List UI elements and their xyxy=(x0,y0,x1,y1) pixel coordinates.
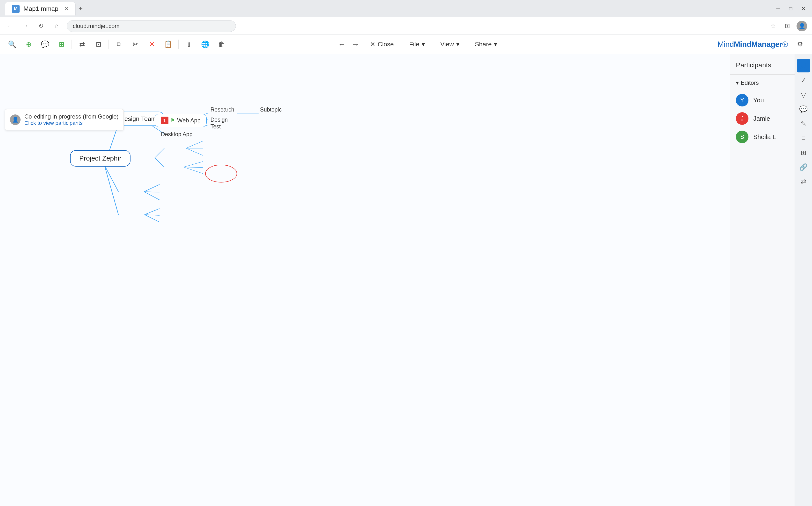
grid-side-button[interactable]: ⊞ xyxy=(797,146,810,159)
design-webapp-label: Web App xyxy=(177,117,201,124)
mind-map-canvas[interactable]: 👤 Co-editing in progress (from Google) C… xyxy=(0,54,730,506)
forward-button[interactable]: → xyxy=(20,21,31,31)
addr-right: ☆ ⊞ 👤 xyxy=(767,21,807,31)
app-header-center: ← → ✕ Close File ▾ View ▾ Share ▾ xyxy=(335,38,505,51)
maximize-button[interactable]: □ xyxy=(787,5,795,13)
notification-link[interactable]: Click to view participants xyxy=(24,120,83,126)
pen-side-button[interactable]: ✎ xyxy=(797,117,810,131)
svg-point-24 xyxy=(205,165,237,182)
svg-line-12 xyxy=(186,141,203,148)
tab-favicon: M xyxy=(12,5,19,13)
svg-line-15 xyxy=(184,162,203,167)
jamie-name: Jamie xyxy=(753,115,770,122)
close-window-button[interactable]: ✕ xyxy=(799,5,807,13)
test-label: Test xyxy=(210,123,221,130)
root-node[interactable]: Project Zephir xyxy=(70,150,131,167)
share2-tool-button[interactable]: ⇧ xyxy=(182,37,196,52)
view-menu-button[interactable]: View ▾ xyxy=(433,38,466,51)
notification-avatar: 👤 xyxy=(10,114,20,125)
bookmark-button[interactable]: ☆ xyxy=(767,21,778,31)
next-nav-button[interactable]: → xyxy=(349,38,362,51)
sheila-name: Sheila L xyxy=(753,133,776,141)
globe-tool-button[interactable]: 🌐 xyxy=(198,37,212,52)
duplicate-tool-button[interactable]: ⧉ xyxy=(112,37,126,52)
desktop-app-label: Desktop App xyxy=(161,131,192,138)
jamie-avatar: J xyxy=(736,112,748,125)
sheila-avatar: S xyxy=(736,131,748,143)
separator-3 xyxy=(178,39,179,49)
back-button[interactable]: ← xyxy=(5,21,15,31)
reload-button[interactable]: ↻ xyxy=(36,21,47,31)
svg-line-17 xyxy=(184,167,203,174)
lines-side-button[interactable]: ≡ xyxy=(797,131,810,145)
side-icons-panel: 👤 ✓ ▽ 💬 ✎ ≡ ⊞ 🔗 ⇄ xyxy=(795,54,812,506)
root-label: Project Zephir xyxy=(79,155,121,162)
test-node[interactable]: Test xyxy=(207,122,224,131)
toolbar-left: 🔍 ⊕ 💬 ⊞ ⇄ ⊡ ⧉ ✂ ✕ 📋 ⇧ 🌐 🗑 xyxy=(5,37,229,52)
you-name: You xyxy=(753,97,764,104)
search-tool-button[interactable]: 🔍 xyxy=(5,37,19,52)
filter-side-button[interactable]: ▽ xyxy=(797,88,810,101)
close-x-icon: ✕ xyxy=(370,40,375,48)
subtopic-label: Subtopic xyxy=(260,106,282,113)
close-file-button[interactable]: ✕ Close xyxy=(363,38,400,51)
link-side-button[interactable]: 🔗 xyxy=(797,160,810,174)
svg-line-21 xyxy=(144,208,159,215)
file-menu-button[interactable]: File ▾ xyxy=(402,38,431,51)
webapp-priority: 1 ⚑ Web App xyxy=(161,116,201,124)
add-topic-button[interactable]: ⊞ xyxy=(54,37,69,52)
participants-side-button[interactable]: 👤 xyxy=(797,59,810,72)
address-bar: ← → ↻ ⌂ ☆ ⊞ 👤 xyxy=(0,17,812,35)
svg-line-20 xyxy=(144,192,159,200)
tab-close-btn[interactable]: ✕ xyxy=(64,6,69,12)
boundary-tool-button[interactable]: ⊡ xyxy=(91,37,106,52)
editors-chevron-icon: ▾ xyxy=(736,79,739,86)
separator-2 xyxy=(109,39,109,49)
check-side-button[interactable]: ✓ xyxy=(797,73,810,87)
panel-title: Participants xyxy=(736,61,771,69)
comment-side-button[interactable]: 💬 xyxy=(797,102,810,116)
co-editing-notification[interactable]: 👤 Co-editing in progress (from Google) C… xyxy=(5,109,124,131)
new-tab-button[interactable]: + xyxy=(77,3,85,15)
subtopic-node[interactable]: Subtopic xyxy=(256,105,286,114)
prev-nav-button[interactable]: ← xyxy=(335,38,349,51)
participants-panel: Participants ✕ ▾ Editors Y You J Jamie S… xyxy=(730,54,812,506)
minimize-button[interactable]: ─ xyxy=(774,5,782,13)
priority-1-badge: 1 xyxy=(161,116,168,124)
settings-button[interactable]: ⚙ xyxy=(793,37,807,52)
svg-line-14 xyxy=(186,148,203,156)
design-webapp-node[interactable]: 1 ⚑ Web App xyxy=(155,114,207,127)
svg-line-2 xyxy=(105,165,119,192)
cut-tool-button[interactable]: ✂ xyxy=(128,37,143,52)
map-tool-button[interactable]: ⊕ xyxy=(21,37,36,52)
research-node[interactable]: Research xyxy=(207,105,238,114)
notification-title: Co-editing in progress (from Google) xyxy=(24,113,119,120)
main-area: 👤 Co-editing in progress (from Google) C… xyxy=(0,54,812,506)
profile-button[interactable]: 👤 xyxy=(797,21,807,31)
close-label: Close xyxy=(378,40,394,48)
extension-button[interactable]: ⊞ xyxy=(782,21,793,31)
active-tab[interactable]: M Map1.mmap ✕ xyxy=(5,2,76,15)
you-avatar: Y xyxy=(736,94,748,106)
note-tool-button[interactable]: 💬 xyxy=(38,37,52,52)
svg-line-22 xyxy=(144,215,159,215)
address-input[interactable] xyxy=(67,20,236,32)
design-team-label: Design Team xyxy=(120,115,156,122)
tab-title: Map1.mmap xyxy=(23,5,59,13)
app-header-right: MindMindManager® ⚙ xyxy=(718,37,807,52)
connect-tool-button[interactable]: ⇄ xyxy=(75,37,89,52)
paste-tool-button[interactable]: 📋 xyxy=(161,37,176,52)
svg-line-18 xyxy=(144,184,159,192)
svg-line-11 xyxy=(155,158,164,167)
desktop-app-node[interactable]: Desktop App xyxy=(157,130,196,139)
delete-tool-button[interactable]: ✕ xyxy=(144,37,159,52)
home-button[interactable]: ⌂ xyxy=(51,21,62,31)
transfer-side-button[interactable]: ⇄ xyxy=(797,175,810,188)
notification-content: Co-editing in progress (from Google) Cli… xyxy=(24,113,119,126)
svg-line-19 xyxy=(144,192,159,192)
share-label: Share xyxy=(475,40,491,48)
view-label: View xyxy=(440,40,454,48)
window-controls: ─ □ ✕ xyxy=(774,5,807,13)
bucket-tool-button[interactable]: 🗑 xyxy=(214,37,229,52)
share-menu-button[interactable]: Share ▾ xyxy=(468,38,504,51)
